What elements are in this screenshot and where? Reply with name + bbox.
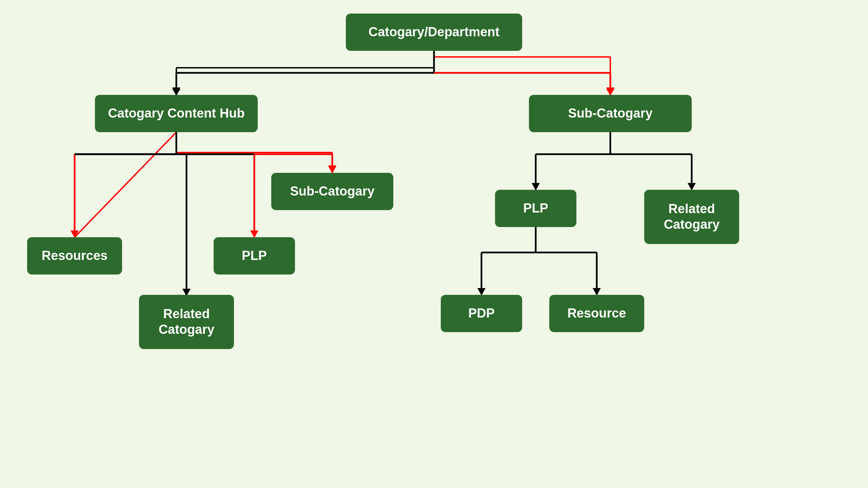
node-catogary-content-hub: Catogary Content Hub [95,95,258,132]
svg-marker-19 [606,89,614,96]
node-plp-right: PLP [495,190,576,227]
connections-svg [0,0,868,488]
svg-line-12 [75,132,176,237]
related-catogary-left-label: RelatedCatogary [159,306,215,337]
node-resource: Resource [549,295,644,332]
node-sub-catogary-right: Sub-Catogary [529,95,692,132]
svg-marker-23 [328,166,336,174]
node-sub-catogary-left: Sub-Catogary [271,173,393,210]
svg-marker-3 [172,87,180,95]
diagram-container: Catogary/Department Catogary Content Hub… [0,0,868,488]
svg-marker-26 [71,230,79,238]
node-pdp: PDP [441,295,522,332]
svg-marker-35 [532,183,540,190]
svg-marker-42 [477,288,486,296]
svg-marker-45 [593,288,601,296]
node-related-catogary-left: RelatedCatogary [139,295,234,349]
svg-marker-7 [606,87,614,95]
svg-marker-16 [172,89,180,96]
node-related-catogary-right: RelatedCatogary [644,190,739,244]
svg-marker-11 [328,165,336,173]
node-resources: Resources [27,237,122,274]
node-root: Catogary/Department [346,14,522,51]
related-catogary-right-label: RelatedCatogary [664,201,720,232]
svg-marker-38 [688,183,696,190]
svg-marker-29 [250,230,258,238]
node-plp-left: PLP [214,237,295,274]
